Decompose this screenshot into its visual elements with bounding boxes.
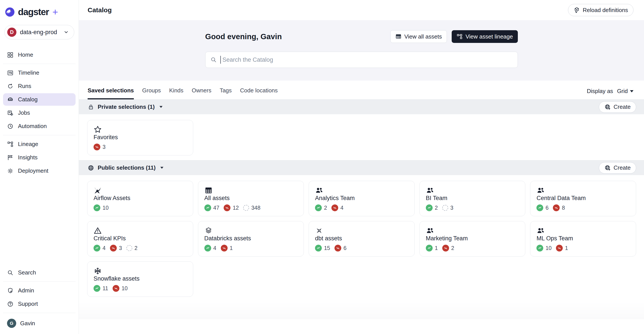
sidebar-item-home[interactable]: Home bbox=[3, 49, 76, 61]
status-count: 2 bbox=[324, 205, 327, 211]
selection-card-critical-kpis[interactable]: Critical KPIs432 bbox=[87, 221, 193, 257]
display-as-dropdown[interactable]: Grid bbox=[617, 88, 634, 94]
sidebar-item-insights[interactable]: Insights bbox=[3, 151, 76, 164]
status-count: 11 bbox=[102, 285, 108, 292]
sidebar-item-runs[interactable]: Runs bbox=[3, 80, 76, 92]
search-input[interactable] bbox=[222, 56, 513, 63]
status-materialized-icon bbox=[94, 285, 100, 292]
org-switcher[interactable]: D data-eng-prod bbox=[4, 25, 74, 39]
view-all-assets-button[interactable]: View all assets bbox=[390, 30, 447, 43]
status-count: 8 bbox=[562, 205, 565, 211]
card-title: Databricks assets bbox=[204, 235, 298, 242]
airflow-icon bbox=[94, 186, 102, 195]
sidebar-footer: SearchAdminSupport G Gavin bbox=[0, 260, 79, 334]
status-materialized-icon bbox=[94, 204, 100, 211]
sidebar-item-deployment[interactable]: Deployment bbox=[3, 165, 76, 177]
selection-card-all-assets[interactable]: All assets4712348 bbox=[198, 181, 304, 216]
support-icon bbox=[7, 301, 14, 307]
selection-card-dbt-assets[interactable]: dbt assets156 bbox=[309, 221, 415, 257]
catalog-search[interactable] bbox=[205, 52, 518, 68]
status-count: 4 bbox=[213, 245, 216, 251]
tab-kinds[interactable]: Kinds bbox=[169, 87, 183, 99]
divider bbox=[3, 64, 76, 64]
sidebar-item-label: Jobs bbox=[18, 109, 30, 116]
jobs-icon bbox=[7, 110, 14, 116]
card-title: ML Ops Team bbox=[536, 235, 630, 242]
card-status-badges: 156 bbox=[315, 245, 408, 252]
card-title: All assets bbox=[204, 195, 298, 202]
app-window: dagster + D data-eng-prod HomeTimelineRu… bbox=[0, 0, 644, 334]
sidebar-item-label: Automation bbox=[18, 123, 47, 130]
status-badge: 15 bbox=[315, 245, 330, 252]
sidebar-item-jobs[interactable]: Jobs bbox=[3, 107, 76, 119]
selection-card-snowflake-assets[interactable]: Snowflake assets1110 bbox=[87, 261, 193, 297]
user-menu[interactable]: G Gavin bbox=[0, 315, 79, 333]
sidebar-item-catalog[interactable]: Catalog bbox=[3, 93, 76, 106]
selection-card-marketing-team[interactable]: Marketing Team12 bbox=[420, 221, 526, 257]
view-asset-lineage-button[interactable]: View asset lineage bbox=[452, 30, 518, 43]
selection-card-analytics-team[interactable]: Analytics Team24 bbox=[309, 181, 415, 216]
status-badge: 6 bbox=[334, 245, 346, 252]
card-status-badges: 41 bbox=[204, 245, 298, 252]
card-status-badges: 68 bbox=[536, 204, 630, 211]
tab-owners[interactable]: Owners bbox=[192, 87, 212, 99]
globe-plus-icon bbox=[604, 165, 611, 171]
sidebar-item-lineage[interactable]: Lineage bbox=[3, 138, 76, 150]
status-materialized-icon bbox=[204, 204, 211, 211]
org-avatar: D bbox=[7, 27, 16, 37]
reload-definitions-label: Reload definitions bbox=[583, 7, 628, 13]
reload-definitions-button[interactable]: Reload definitions bbox=[568, 4, 634, 16]
status-count: 4 bbox=[340, 205, 344, 211]
selection-card-databricks-assets[interactable]: Databricks assets41 bbox=[198, 221, 304, 257]
sidebar-item-label: Home bbox=[18, 51, 33, 58]
sidebar-item-timeline[interactable]: Timeline bbox=[3, 66, 76, 79]
tab-saved-selections[interactable]: Saved selections bbox=[88, 87, 134, 99]
star-icon bbox=[94, 125, 102, 134]
status-badge: 348 bbox=[243, 205, 260, 211]
private-selections-title: Private selections (1) bbox=[98, 103, 155, 110]
sidebar-item-support[interactable]: Support bbox=[3, 298, 76, 310]
public-selections-title-group[interactable]: Public selections (11) bbox=[88, 164, 164, 171]
status-count: 3 bbox=[450, 205, 454, 211]
sidebar-item-admin[interactable]: Admin bbox=[3, 284, 76, 297]
status-badge: 10 bbox=[112, 285, 128, 292]
status-failed-icon bbox=[553, 204, 560, 211]
selection-card-bi-team[interactable]: BI Team23 bbox=[420, 181, 526, 216]
snowflake-icon bbox=[94, 267, 102, 275]
display-as-label: Display as bbox=[587, 88, 613, 94]
tab-code-locations[interactable]: Code locations bbox=[240, 87, 278, 99]
status-badge: 12 bbox=[224, 204, 239, 211]
tab-groups[interactable]: Groups bbox=[142, 87, 161, 99]
selection-card-central-data-team[interactable]: Central Data Team68 bbox=[530, 181, 636, 216]
selection-card-favorites[interactable]: Favorites3 bbox=[87, 120, 193, 155]
sidebar-item-search[interactable]: Search bbox=[3, 266, 76, 279]
public-selections-header: Public selections (11) Create bbox=[79, 160, 644, 175]
create-private-selection-button[interactable]: Create bbox=[599, 101, 636, 113]
private-selections-title-group[interactable]: Private selections (1) bbox=[88, 103, 162, 110]
selection-card-airflow-assets[interactable]: Airflow Assets10 bbox=[87, 181, 193, 216]
status-badge: 10 bbox=[536, 245, 552, 252]
status-count: 10 bbox=[122, 285, 128, 292]
public-selections-title: Public selections (11) bbox=[98, 164, 156, 171]
card-title: BI Team bbox=[426, 195, 519, 202]
card-status-badges: 432 bbox=[94, 245, 187, 252]
status-count: 2 bbox=[451, 245, 454, 251]
layers-icon bbox=[204, 227, 213, 235]
status-materialized-icon bbox=[536, 204, 543, 211]
logo[interactable]: dagster + bbox=[0, 0, 79, 24]
status-never-materialized-icon bbox=[442, 205, 448, 211]
card-status-badges: 23 bbox=[426, 204, 519, 211]
sidebar-item-label: Search bbox=[18, 269, 36, 276]
card-title: Snowflake assets bbox=[94, 275, 187, 282]
sidebar-item-label: Support bbox=[18, 301, 38, 307]
tab-tags[interactable]: Tags bbox=[220, 87, 232, 99]
sidebar-item-automation[interactable]: Automation bbox=[3, 120, 76, 132]
brand-wordmark: dagster bbox=[18, 7, 49, 17]
card-status-badges: 3 bbox=[94, 144, 187, 150]
status-count: 1 bbox=[565, 245, 568, 251]
create-public-selection-button[interactable]: Create bbox=[599, 162, 636, 174]
selection-card-ml-ops-team[interactable]: ML Ops Team101 bbox=[530, 221, 636, 257]
create-button-label: Create bbox=[614, 103, 631, 110]
status-failed-icon bbox=[556, 245, 563, 252]
card-status-badges: 12 bbox=[426, 245, 519, 252]
